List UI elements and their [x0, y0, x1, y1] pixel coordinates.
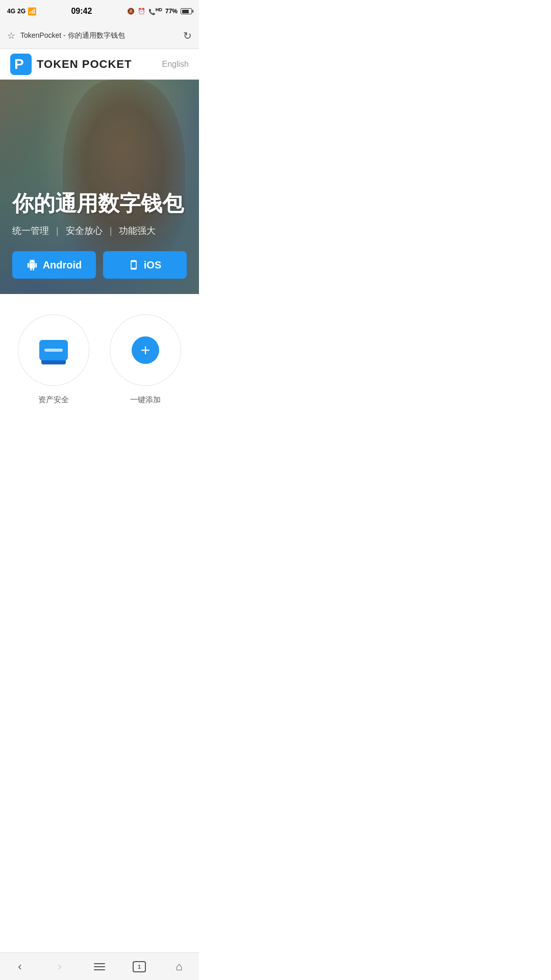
feature-label-wallet: 资产安全: [38, 395, 69, 405]
hero-title: 你的通用数字钱包: [12, 191, 187, 216]
subtitle-3: 功能强大: [119, 225, 156, 237]
signal-2g: 2G: [17, 8, 26, 15]
subtitle-divider-1: |: [56, 226, 59, 236]
subtitle-divider-2: |: [110, 226, 112, 236]
wallet-icon: [39, 340, 68, 360]
browser-bar: ☆ TokenPocket - 你的通用数字钱包 ↻: [0, 22, 199, 49]
bell-icon: 🔕: [127, 8, 135, 15]
feature-card-add: + 一键添加: [105, 314, 186, 405]
feature-circle-add: +: [110, 314, 181, 386]
features-grid: 资产安全 + 一键添加: [10, 314, 189, 405]
ios-download-button[interactable]: iOS: [103, 251, 187, 279]
ios-icon: [129, 259, 139, 271]
subtitle-2: 安全放心: [66, 225, 103, 237]
alarm-icon: ⏰: [138, 8, 145, 15]
svg-text:P: P: [14, 56, 24, 72]
status-time: 09:42: [71, 7, 92, 16]
hero-section: 你的通用数字钱包 统一管理 | 安全放心 | 功能强大 Android iOS: [0, 80, 199, 294]
browser-url[interactable]: TokenPocket - 你的通用数字钱包: [20, 31, 178, 40]
android-download-button[interactable]: Android: [12, 251, 96, 279]
hero-subtitle: 统一管理 | 安全放心 | 功能强大: [12, 225, 187, 237]
wallet-stripe: [44, 349, 63, 352]
hero-buttons: Android iOS: [12, 251, 187, 279]
status-bar: 4G 2G 📶 09:42 🔕 ⏰ 📞HD 77%: [0, 0, 199, 22]
status-right: 🔕 ⏰ 📞HD 77%: [127, 7, 192, 15]
navbar: P TOKEN POCKET English: [0, 49, 199, 80]
android-btn-label: Android: [43, 259, 82, 271]
feature-circle-wallet: [18, 314, 89, 386]
features-section: 资产安全 + 一键添加: [0, 294, 199, 415]
battery-icon: [181, 8, 192, 14]
ios-btn-label: iOS: [144, 259, 161, 271]
bookmark-icon[interactable]: ☆: [7, 30, 15, 41]
language-toggle[interactable]: English: [162, 60, 189, 69]
status-left: 4G 2G 📶: [7, 7, 36, 15]
plus-icon: +: [132, 336, 159, 364]
wifi-icon: 📶: [28, 7, 36, 15]
battery-percent: 77%: [165, 8, 178, 15]
signal-4g: 4G: [7, 8, 15, 15]
logo-text: TOKEN POCKET: [37, 58, 132, 71]
feature-label-add: 一键添加: [130, 395, 161, 405]
feature-card-wallet: 资产安全: [13, 314, 94, 405]
refresh-icon[interactable]: ↻: [183, 30, 192, 42]
logo-container: P TOKEN POCKET: [10, 54, 132, 75]
android-icon: [27, 259, 38, 271]
call-icon: 📞HD: [148, 7, 162, 15]
subtitle-1: 统一管理: [12, 225, 49, 237]
logo-icon: P: [10, 54, 32, 75]
